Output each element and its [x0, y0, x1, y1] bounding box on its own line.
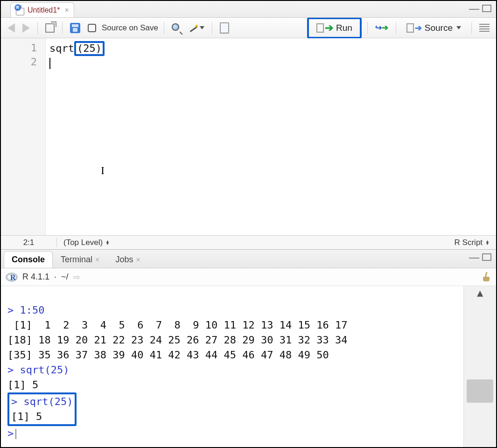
toolbar-separator	[164, 22, 164, 34]
magnifier-icon	[172, 23, 181, 33]
console-tab-strip: Console Terminal× Jobs×	[1, 250, 496, 268]
popout-console-icon[interactable]: ⇨	[73, 272, 80, 282]
ibeam-cursor-icon: I	[101, 163, 105, 177]
popout-icon	[45, 23, 55, 33]
source-button[interactable]: ➔ Source	[402, 21, 466, 35]
tab-console[interactable]: Console	[4, 251, 53, 268]
source-label: Source	[425, 23, 453, 33]
notebook-icon	[220, 22, 229, 34]
console-scrollbar[interactable]: ▲ ▼	[463, 286, 496, 448]
clear-console-icon[interactable]	[481, 272, 491, 282]
cursor-position: 2:1	[1, 238, 57, 247]
console-command: 1:50	[14, 304, 44, 316]
source-on-save-label: Source on Save	[102, 23, 158, 33]
console-window-controls	[469, 253, 491, 261]
tab-terminal[interactable]: Terminal×	[53, 251, 107, 268]
file-type-label: R Script	[455, 238, 483, 247]
console-pane: Console Terminal× Jobs× R R 4.1.1 · ~/ ⇨…	[1, 250, 496, 448]
tab-label: Console	[12, 255, 45, 265]
console-result: [1] 5	[11, 411, 42, 422]
working-directory[interactable]: ~/	[61, 272, 69, 282]
find-replace-button[interactable]	[170, 21, 183, 35]
code-tools-button[interactable]: ✦	[187, 21, 206, 35]
compile-report-button[interactable]	[218, 21, 231, 35]
caret-down-icon	[456, 26, 461, 29]
toolbar-separator	[212, 22, 212, 34]
line-number: 1	[1, 41, 37, 55]
console-command: sqrt(25)	[17, 396, 73, 407]
console-highlight: > sqrt(25) [1] 5	[7, 392, 77, 426]
code-highlight: (25)	[74, 41, 105, 56]
console-result: [1] 1 2 3 4 5 6 7 8 9 10 11 12 13 14 15 …	[7, 319, 347, 331]
code-highlight-text: (25)	[77, 42, 102, 54]
run-icon: ➔	[316, 22, 333, 34]
r-document-icon: R	[15, 5, 25, 15]
line-number: 2	[1, 55, 37, 69]
run-button-highlight: ➔ Run	[307, 17, 362, 39]
arrow-left-icon	[7, 23, 15, 33]
toolbar-separator	[367, 22, 368, 34]
updown-icon: ▲▼	[485, 240, 490, 245]
scroll-up-icon[interactable]: ▲	[464, 286, 496, 300]
console-result: [35] 35 36 37 38 39 40 41 42 43 44 45 46…	[7, 349, 329, 361]
code-text: sqrt	[49, 42, 74, 54]
editor-status-bar: 2:1 (Top Level) ▲▼ R Script ▲▼	[1, 235, 496, 249]
show-in-new-window-button[interactable]	[43, 21, 56, 35]
code-editor[interactable]: 1 2 sqrt(25) I	[1, 38, 496, 235]
dot-separator: ·	[54, 272, 56, 282]
source-file-tab[interactable]: R Untitled1* ×	[10, 2, 74, 17]
close-icon[interactable]: ×	[95, 256, 99, 264]
scroll-thumb[interactable]	[467, 379, 493, 403]
file-type-selector[interactable]: R Script ▲▼	[448, 238, 496, 247]
source-icon: ➔	[406, 23, 422, 33]
maximize-pane-icon[interactable]	[482, 253, 491, 261]
outline-icon	[479, 24, 490, 32]
save-button[interactable]	[68, 21, 82, 35]
caret-down-icon	[200, 26, 204, 29]
rerun-button[interactable]: ↪➔	[373, 21, 390, 35]
console-command: sqrt(25)	[14, 364, 69, 376]
console-header: R R 4.1.1 · ~/ ⇨	[1, 268, 496, 286]
toolbar-separator	[62, 22, 63, 34]
close-tab-icon[interactable]: ×	[64, 6, 69, 14]
line-number-gutter: 1 2	[1, 38, 46, 235]
toolbar-separator	[396, 22, 396, 34]
source-tab-strip: R Untitled1* ×	[1, 1, 496, 18]
source-pane: R Untitled1* × Source on Save ✦ ➔ Run	[1, 1, 496, 250]
r-logo-icon: R	[6, 273, 18, 282]
toolbar-separator	[37, 22, 38, 34]
console-result: [1] 5	[7, 379, 38, 391]
tab-label: Jobs	[115, 255, 133, 265]
outline-button[interactable]	[477, 21, 491, 35]
tab-label: Terminal	[61, 255, 92, 265]
updown-icon: ▲▼	[105, 240, 110, 245]
toolbar-separator	[471, 22, 472, 34]
nav-forward-button[interactable]	[21, 21, 32, 35]
checkbox-icon	[88, 24, 96, 32]
source-on-save-checkbox[interactable]	[86, 21, 98, 35]
console-prompt: >	[11, 396, 17, 407]
console-result: [18] 18 19 20 21 22 23 24 25 26 27 28 29…	[7, 334, 347, 346]
scope-selector[interactable]: (Top Level) ▲▼	[57, 238, 116, 247]
minimize-pane-icon[interactable]	[469, 7, 479, 10]
console-output[interactable]: > 1:50 [1] 1 2 3 4 5 6 7 8 9 10 11 12 13…	[1, 286, 496, 448]
wand-icon: ✦	[189, 23, 199, 33]
source-tab-title: Untitled1*	[28, 6, 60, 14]
nav-back-button[interactable]	[6, 21, 17, 35]
run-label: Run	[336, 23, 352, 33]
editor-toolbar: Source on Save ✦ ➔ Run ↪➔ ➔ Source	[1, 18, 496, 38]
code-text-area[interactable]: sqrt(25) I	[46, 38, 496, 235]
close-icon[interactable]: ×	[136, 256, 140, 264]
run-button[interactable]: ➔ Run	[312, 20, 357, 36]
text-cursor	[49, 58, 50, 69]
save-icon	[70, 23, 80, 33]
minimize-pane-icon[interactable]	[469, 256, 479, 259]
r-version-label: R 4.1.1	[22, 272, 49, 282]
console-prompt: >	[7, 427, 14, 439]
maximize-pane-icon[interactable]	[482, 5, 491, 12]
source-window-controls	[469, 5, 491, 12]
console-cursor	[15, 429, 16, 439]
console-prompt: >	[7, 304, 14, 316]
scope-label: (Top Level)	[63, 238, 103, 247]
tab-jobs[interactable]: Jobs×	[107, 251, 148, 268]
